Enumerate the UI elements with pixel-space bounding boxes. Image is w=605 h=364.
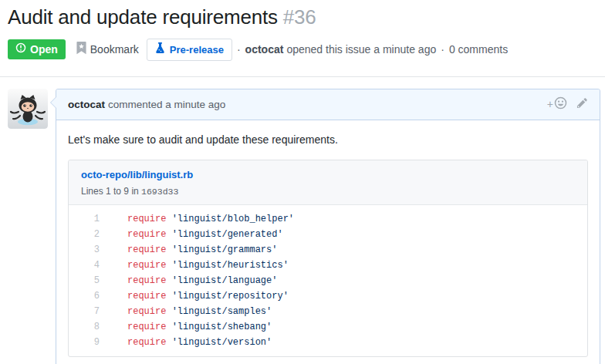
- code-string: 'linguist/blob_helper': [172, 214, 294, 224]
- bookmark-label-item[interactable]: Bookmark: [76, 42, 139, 57]
- comment-text: Let's make sure to audit and update thes…: [68, 132, 588, 148]
- issue-state-badge: Open: [8, 39, 66, 59]
- comment-header: octocat commented a minute ago +: [56, 89, 600, 120]
- line-number: 4: [69, 258, 107, 273]
- code-line: require 'linguist/repository': [107, 288, 587, 304]
- code-string: 'linguist/language': [172, 275, 278, 286]
- issue-meta-row: Open Bookmark: [8, 39, 597, 76]
- file-path-link[interactable]: octo-repo/lib/linguist.rb: [81, 168, 193, 181]
- line-number: 8: [69, 319, 107, 335]
- comment-author-link[interactable]: octocat: [68, 99, 105, 110]
- line-number: 5: [69, 273, 107, 288]
- code-line: require 'linguist/version': [107, 335, 587, 350]
- code-line-row: 8 require 'linguist/shebang': [69, 319, 587, 335]
- code-line-row: 1 require 'linguist/blob_helper': [69, 211, 587, 227]
- octocat-avatar[interactable]: [8, 89, 48, 129]
- code-line-row: 5 require 'linguist/language': [69, 273, 587, 288]
- line-number: 2: [69, 227, 107, 242]
- code-string: 'linguist/grammars': [172, 244, 278, 255]
- comment-actions: +: [547, 96, 588, 112]
- pencil-icon: [576, 97, 588, 111]
- issue-header: Audit and update requirements #36 Open: [0, 0, 605, 77]
- issue-title: Audit and update requirements #36: [8, 6, 597, 29]
- smiley-icon: [554, 96, 567, 112]
- issue-timeline: octocat commented a minute ago +: [0, 77, 605, 364]
- code-keyword: require: [127, 244, 166, 255]
- comments-count: 0 comments: [449, 43, 508, 56]
- meta-separator-2: ·: [441, 43, 444, 56]
- plus-icon: +: [547, 99, 553, 110]
- code-line-row: 6 require 'linguist/repository': [69, 288, 587, 304]
- code-line-row: 2 require 'linguist/generated': [69, 227, 587, 242]
- code-keyword: require: [127, 229, 166, 240]
- code-snippet-header: octo-repo/lib/linguist.rb Lines 1 to 9 i…: [69, 160, 587, 205]
- lines-range-label: Lines 1 to 9 in: [81, 186, 139, 197]
- code-string: 'linguist/shebang': [172, 322, 272, 332]
- code-string: 'linguist/repository': [172, 291, 289, 302]
- code-line: require 'linguist/generated': [107, 227, 587, 242]
- code-keyword: require: [127, 260, 166, 271]
- line-number: 9: [69, 335, 107, 350]
- commit-sha-link[interactable]: 1693d33: [141, 187, 178, 197]
- line-number: 3: [69, 242, 107, 258]
- code-string: 'linguist/heuristics': [172, 260, 289, 271]
- beaker-icon: [155, 42, 165, 57]
- code-string: 'linguist/version': [172, 337, 272, 348]
- code-keyword: require: [127, 322, 166, 332]
- code-keyword: require: [127, 291, 166, 302]
- code-line: require 'linguist/blob_helper': [107, 211, 587, 227]
- line-number: 7: [69, 304, 107, 319]
- code-line: require 'linguist/grammars': [107, 242, 587, 258]
- edit-comment-button[interactable]: [576, 97, 588, 111]
- code-line: require 'linguist/language': [107, 273, 587, 288]
- code-keyword: require: [127, 306, 166, 317]
- issue-state-label: Open: [30, 42, 58, 56]
- prerelease-badge[interactable]: Pre-release: [147, 39, 232, 61]
- code-line-row: 9 require 'linguist/version': [69, 335, 587, 350]
- comment-body: Let's make sure to audit and update thes…: [56, 120, 600, 364]
- code-snippet-block: octo-repo/lib/linguist.rb Lines 1 to 9 i…: [68, 160, 588, 357]
- issue-author-link[interactable]: octocat: [245, 43, 284, 56]
- comment-timestamp: commented a minute ago: [108, 99, 225, 110]
- code-line-row: 4 require 'linguist/heuristics': [69, 258, 587, 273]
- comment-box: octocat commented a minute ago +: [56, 89, 600, 364]
- code-keyword: require: [127, 337, 166, 348]
- lines-meta: Lines 1 to 9 in 1693d33: [81, 184, 575, 198]
- prerelease-label: Pre-release: [170, 43, 224, 56]
- code-table: 1 require 'linguist/blob_helper' 2 requi…: [69, 211, 587, 350]
- add-reaction-button[interactable]: +: [547, 96, 567, 112]
- issue-opened-text: opened this issue a minute ago: [286, 43, 436, 56]
- code-string: 'linguist/generated': [172, 229, 283, 240]
- code-line: require 'linguist/samples': [107, 304, 587, 319]
- line-number: 6: [69, 288, 107, 304]
- code-string: 'linguist/samples': [172, 306, 272, 317]
- meta-separator: ·: [237, 43, 241, 56]
- code-keyword: require: [127, 275, 166, 286]
- code-line: require 'linguist/heuristics': [107, 258, 587, 273]
- code-keyword: require: [127, 214, 166, 224]
- bookmark-label: Bookmark: [90, 43, 139, 56]
- issue-page: Audit and update requirements #36 Open: [0, 0, 605, 364]
- code-line: require 'linguist/shebang': [107, 319, 587, 335]
- line-number: 1: [69, 211, 107, 227]
- bookmark-star-icon: [76, 42, 86, 57]
- code-line-row: 7 require 'linguist/samples': [69, 304, 587, 319]
- issue-opened-icon: [15, 42, 26, 56]
- issue-title-text: Audit and update requirements: [8, 5, 278, 29]
- code-line-row: 3 require 'linguist/grammars': [69, 242, 587, 258]
- issue-number: #36: [283, 5, 316, 29]
